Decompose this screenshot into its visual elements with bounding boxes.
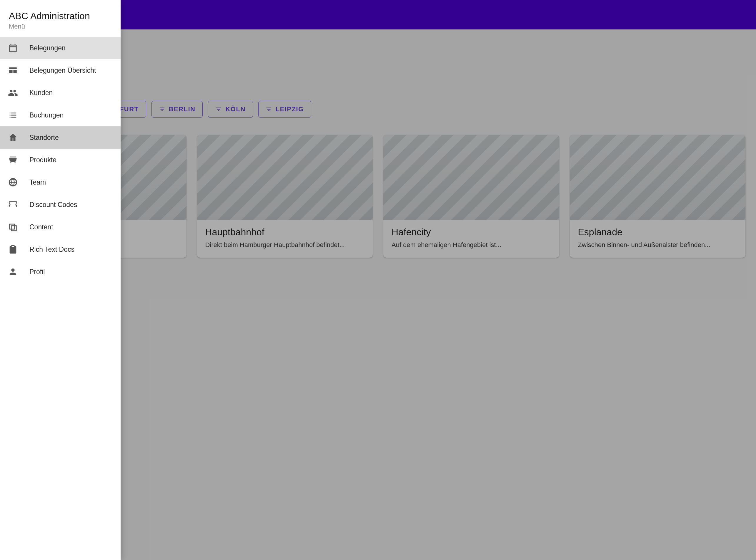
clipboard-icon — [8, 244, 18, 255]
table-icon — [8, 65, 18, 76]
sidebar-item-label: Kunden — [29, 89, 113, 97]
sidebar-item-team[interactable]: Team — [0, 171, 121, 194]
sidebar-item-standorte[interactable]: Standorte — [0, 126, 121, 149]
sidebar-item-buchungen[interactable]: Buchungen — [0, 104, 121, 126]
drawer-header: ABC Administration Menü — [0, 8, 121, 37]
sidebar-item-label: Standorte — [29, 134, 113, 142]
sidebar-item-kunden[interactable]: Kunden — [0, 82, 121, 104]
sidebar-item-content[interactable]: Content — [0, 216, 121, 238]
store-icon — [8, 155, 18, 165]
drawer-nav: BelegungenBelegungen ÜbersichtKundenBuch… — [0, 37, 121, 283]
sidebar-item-belegungen-übersicht[interactable]: Belegungen Übersicht — [0, 59, 121, 82]
sidebar-item-belegungen[interactable]: Belegungen — [0, 37, 121, 59]
sidebar-item-profil[interactable]: Profil — [0, 261, 121, 283]
drawer-title: ABC Administration — [9, 11, 112, 21]
list-icon — [8, 110, 18, 120]
layers-icon — [8, 222, 18, 232]
navigation-drawer: ABC Administration Menü BelegungenBelegu… — [0, 0, 121, 560]
sidebar-item-label: Profil — [29, 268, 113, 276]
sidebar-item-label: Rich Text Docs — [29, 245, 113, 254]
calendar-icon — [8, 43, 18, 53]
drawer-subtitle: Menü — [9, 23, 112, 30]
sidebar-item-label: Produkte — [29, 156, 113, 164]
ticket-icon — [8, 199, 18, 210]
sidebar-item-label: Belegungen — [29, 44, 113, 52]
globe-icon — [8, 177, 18, 187]
people-icon — [8, 87, 18, 98]
sidebar-item-label: Belegungen Übersicht — [29, 66, 113, 75]
person-icon — [8, 266, 18, 277]
home-icon — [8, 132, 18, 143]
sidebar-item-discount-codes[interactable]: Discount Codes — [0, 194, 121, 216]
sidebar-item-rich-text-docs[interactable]: Rich Text Docs — [0, 238, 121, 261]
sidebar-item-label: Team — [29, 178, 113, 186]
sidebar-item-produkte[interactable]: Produkte — [0, 149, 121, 171]
sidebar-item-label: Content — [29, 223, 113, 231]
sidebar-item-label: Buchungen — [29, 111, 113, 119]
sidebar-item-label: Discount Codes — [29, 201, 113, 209]
